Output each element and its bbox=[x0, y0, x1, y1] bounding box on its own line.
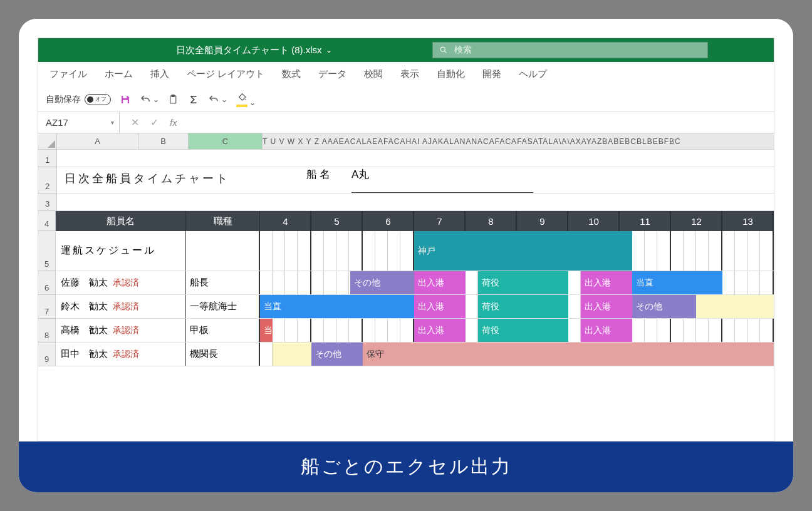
task-other: その他 bbox=[632, 295, 696, 318]
ribbon-tabs: ファイル ホーム 挿入 ページ レイアウト 数式 データ 校閲 表示 自動化 開… bbox=[38, 62, 774, 87]
caption: 船ごとのエクセル出力 bbox=[19, 441, 793, 492]
paste-icon[interactable] bbox=[168, 94, 179, 105]
header-role: 職種 bbox=[186, 211, 260, 231]
task-port-io: 出入港 bbox=[414, 319, 466, 342]
row-header[interactable]: 6 bbox=[38, 271, 56, 295]
task-other: その他 bbox=[350, 271, 414, 294]
ship-label: 船名 bbox=[306, 167, 333, 193]
crew-cell: 鈴木 勧太 承認済 bbox=[56, 295, 186, 318]
status-badge: 承認済 bbox=[113, 325, 139, 336]
task-port-io: 出入港 bbox=[414, 295, 466, 318]
role-cell: 船長 bbox=[186, 271, 260, 294]
fx-icon[interactable]: fx bbox=[170, 117, 177, 128]
tab-view[interactable]: 表示 bbox=[400, 68, 419, 80]
header-hour: 4 bbox=[260, 211, 311, 231]
tab-automate[interactable]: 自動化 bbox=[437, 68, 465, 80]
autosave-toggle[interactable]: 自動保存 オフ bbox=[46, 94, 111, 105]
row-header[interactable]: 8 bbox=[38, 319, 56, 343]
tab-dev[interactable]: 開発 bbox=[482, 68, 501, 80]
fill-color-icon[interactable]: ⌄ bbox=[236, 91, 256, 107]
header-hour: 13 bbox=[722, 211, 774, 231]
header-hour: 9 bbox=[517, 211, 568, 231]
task-cargo: 荷役 bbox=[478, 319, 568, 342]
tab-review[interactable]: 校閲 bbox=[364, 68, 383, 80]
role-cell: 一等航海士 bbox=[186, 295, 260, 318]
row-header[interactable]: 9 bbox=[38, 343, 56, 366]
file-title[interactable]: 日次全船員タイムチャート (8).xlsx ⌄ bbox=[176, 44, 332, 56]
row-header[interactable]: 3 bbox=[38, 194, 57, 211]
header-crew: 船員名 bbox=[56, 211, 186, 231]
task-port-io: 出入港 bbox=[581, 319, 632, 342]
col-headers-rest[interactable]: T U V W X Y Z AAAEACALAEAFACAHAI AJAKALA… bbox=[263, 133, 774, 149]
header-hour: 6 bbox=[363, 211, 414, 231]
filename: 日次全船員タイムチャート (8).xlsx bbox=[176, 44, 322, 56]
worksheet[interactable]: 1 2 日次全船員タイムチャート 船名 A丸 3 bbox=[38, 150, 774, 366]
task-port-io: 出入港 bbox=[414, 271, 466, 294]
col-header[interactable]: B bbox=[138, 133, 189, 149]
task-other: その他 bbox=[311, 343, 363, 366]
header-hour: 5 bbox=[311, 211, 363, 231]
search-icon bbox=[439, 46, 448, 54]
hours-track: 当 出入港 荷役 出入港 bbox=[260, 319, 774, 342]
cancel-formula-icon[interactable]: ✕ bbox=[131, 116, 139, 128]
task-port: 神戸 bbox=[414, 231, 632, 271]
crew-cell: 田中 勧太 承認済 bbox=[56, 343, 186, 366]
autosum-icon[interactable] bbox=[188, 94, 199, 105]
quick-access-toolbar: 自動保存 オフ ⌄ ⌄ bbox=[38, 87, 774, 112]
task-port-io: 出入港 bbox=[581, 271, 632, 294]
ship-name: A丸 bbox=[351, 167, 533, 193]
autosave-label: 自動保存 bbox=[46, 94, 81, 105]
col-header[interactable]: A bbox=[57, 133, 138, 149]
tab-file[interactable]: ファイル bbox=[49, 68, 87, 80]
task-watch: 当直 bbox=[632, 271, 722, 294]
undo-icon[interactable]: ⌄ bbox=[140, 94, 159, 105]
status-badge: 承認済 bbox=[113, 301, 139, 312]
task-watch: 当直 bbox=[260, 295, 414, 318]
redo-icon[interactable]: ⌄ bbox=[208, 94, 227, 105]
search-input[interactable]: 検索 bbox=[432, 42, 708, 58]
header-hour: 12 bbox=[671, 211, 722, 231]
titlebar: 日次全船員タイムチャート (8).xlsx ⌄ 検索 bbox=[38, 38, 774, 62]
hours-track: 当直 出入港 荷役 出入港 その他 bbox=[260, 295, 774, 318]
search-placeholder: 検索 bbox=[454, 44, 472, 56]
col-header-selected[interactable]: C bbox=[189, 133, 263, 149]
excel-screenshot: 日次全船員タイムチャート (8).xlsx ⌄ 検索 ファイル ホーム 挿入 ペ… bbox=[19, 19, 793, 441]
name-box[interactable]: AZ17 ▾ bbox=[38, 112, 120, 133]
crew-cell: 佐藤 勧太 承認済 bbox=[56, 271, 186, 294]
schedule-label: 運航スケジュール bbox=[56, 231, 186, 271]
tab-help[interactable]: ヘルプ bbox=[519, 68, 547, 80]
tab-insert[interactable]: 挿入 bbox=[150, 68, 169, 80]
role-cell: 機関長 bbox=[186, 343, 260, 366]
task-cargo: 荷役 bbox=[478, 295, 568, 318]
row-header[interactable]: 5 bbox=[38, 231, 56, 271]
select-all-corner[interactable] bbox=[38, 133, 57, 149]
task-blank bbox=[696, 295, 774, 318]
hours-track: 神戸 bbox=[260, 231, 774, 271]
task-blank bbox=[273, 343, 311, 366]
svg-rect-2 bbox=[123, 96, 127, 98]
tab-home[interactable]: ホーム bbox=[105, 68, 133, 80]
row-header[interactable]: 1 bbox=[38, 150, 57, 167]
status-badge: 承認済 bbox=[113, 277, 139, 289]
task-port-io: 出入港 bbox=[581, 295, 632, 318]
tab-data[interactable]: データ bbox=[318, 68, 346, 80]
crew-cell: 高橋 勧太 承認済 bbox=[56, 319, 186, 342]
header-hour: 10 bbox=[568, 211, 620, 231]
save-icon[interactable] bbox=[120, 94, 131, 105]
chevron-down-icon: ⌄ bbox=[326, 46, 332, 54]
svg-rect-3 bbox=[123, 100, 128, 103]
tab-formula[interactable]: 数式 bbox=[282, 68, 301, 80]
svg-rect-5 bbox=[172, 95, 175, 96]
task-maintenance: 保守 bbox=[363, 343, 774, 366]
row-header[interactable]: 2 bbox=[38, 167, 57, 194]
row-header[interactable]: 4 bbox=[38, 211, 56, 231]
confirm-formula-icon[interactable]: ✓ bbox=[150, 116, 159, 128]
row-header[interactable]: 7 bbox=[38, 295, 56, 319]
hours-track: その他 出入港 荷役 出入港 当直 bbox=[260, 271, 774, 294]
tab-layout[interactable]: ページ レイアウト bbox=[187, 68, 264, 80]
svg-line-1 bbox=[444, 51, 446, 53]
excel-window: 日次全船員タイムチャート (8).xlsx ⌄ 検索 ファイル ホーム 挿入 ペ… bbox=[38, 38, 774, 441]
header-hour: 11 bbox=[620, 211, 671, 231]
status-badge: 承認済 bbox=[113, 349, 139, 360]
chevron-down-icon: ▾ bbox=[111, 119, 114, 126]
